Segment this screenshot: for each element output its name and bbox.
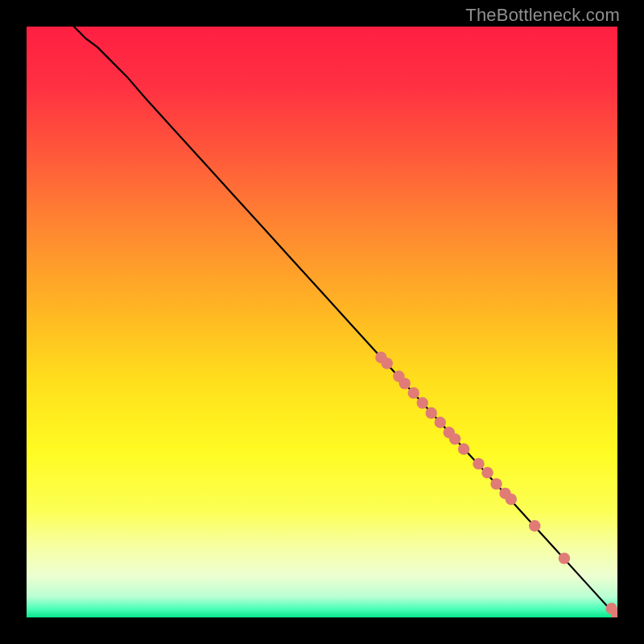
data-point	[399, 378, 411, 389]
plot-area	[27, 27, 617, 617]
gradient-background	[27, 27, 617, 617]
data-point	[506, 493, 517, 505]
data-point	[490, 478, 502, 489]
data-point	[426, 407, 437, 419]
data-point	[481, 467, 493, 478]
data-point	[382, 357, 393, 369]
chart-svg	[27, 27, 617, 617]
data-point	[529, 520, 540, 531]
data-point	[559, 552, 570, 564]
watermark-text: TheBottleneck.com	[465, 5, 620, 26]
data-point	[417, 397, 428, 408]
chart-stage: TheBottleneck.com	[0, 0, 644, 644]
data-point	[449, 433, 460, 444]
data-point	[458, 444, 469, 455]
data-point	[408, 387, 419, 398]
data-point	[473, 458, 484, 469]
data-point	[435, 417, 446, 428]
